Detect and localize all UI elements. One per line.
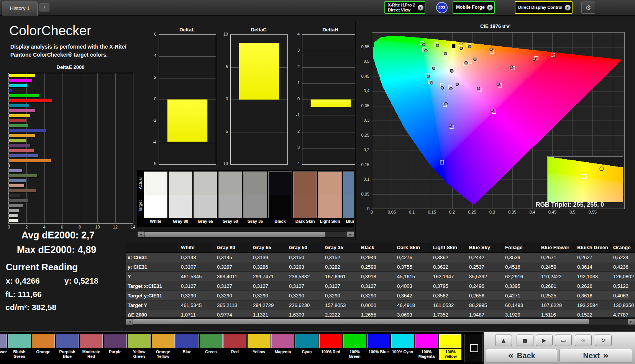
current-cdm2-value: cd/m²: 382,58	[5, 303, 56, 312]
pattern-tile-swatch	[80, 334, 103, 348]
table-row-target-x-cie31: Target x:CIE310,31270,31270,31270,31270,…	[126, 281, 635, 291]
table-row-label: Target x:CIE31	[126, 281, 179, 291]
eject-button[interactable]: ▲	[495, 335, 512, 346]
scroll-left-button[interactable]: ◄	[126, 319, 133, 325]
pattern-tile-100-green[interactable]: 100% Green	[343, 334, 366, 360]
stop-icon: ■	[522, 337, 527, 343]
patch-dark-skin[interactable]: Dark Skin	[293, 171, 317, 227]
cie-x-tick-label: 0,4	[529, 210, 535, 214]
pattern-tile-purplish-blue[interactable]: Purplish Blue	[56, 334, 79, 360]
workflow-dropdown[interactable]: Mobile Forge ▼	[453, 1, 495, 14]
patch-gray-65[interactable]: Gray 65	[194, 171, 217, 227]
actual-row-label: Actual	[138, 172, 143, 194]
scrollbar-track[interactable]	[133, 319, 628, 325]
table-cell: 294,2729	[251, 300, 287, 310]
patch-blue-sky[interactable]: Blue Sky	[343, 171, 354, 227]
stop-button[interactable]: ■	[517, 335, 533, 346]
meter-device-dropdown[interactable]: X-Rite i1Pro 2 Direct View ▼	[384, 1, 425, 14]
chevron-down-icon[interactable]: ▼	[565, 5, 571, 10]
refresh-button[interactable]: ↻	[595, 335, 612, 346]
next-button[interactable]: Next »	[560, 349, 632, 362]
pattern-tile-orange-yellow[interactable]: Orange Yellow	[152, 334, 175, 360]
pattern-tile-cyan[interactable]: Cyan	[295, 334, 318, 360]
pattern-tile-moderate-red[interactable]: Moderate Red	[80, 334, 103, 360]
pattern-window-button[interactable]	[464, 334, 483, 362]
pattern-tile-100-magenta[interactable]: 100% Magenta	[415, 334, 438, 360]
chevron-down-icon[interactable]: ▼	[487, 5, 493, 10]
patch-actual-color	[343, 172, 354, 195]
scroll-right-button[interactable]: ►	[628, 319, 635, 325]
table-cell: 0,3127	[287, 281, 323, 291]
pattern-tile-magenta[interactable]: Magenta	[271, 334, 294, 360]
back-button[interactable]: « Back	[486, 349, 557, 362]
deltal-plot	[159, 34, 216, 165]
patch-gray-35[interactable]: Gray 35	[243, 171, 267, 227]
cie-x-tick-label: 0,05	[388, 210, 396, 214]
loop-button[interactable]: ∞	[575, 335, 592, 346]
pattern-tile-label: 100% Yellow	[439, 349, 462, 360]
pattern-tile-100-cyan[interactable]: 100% Cyan	[391, 334, 414, 360]
scroll-right-button[interactable]: ►	[347, 232, 354, 237]
pattern-tile-blue[interactable]: Blue	[176, 334, 199, 360]
table-cell: 0,5122	[611, 281, 635, 291]
chevron-down-icon[interactable]: ▼	[418, 5, 423, 10]
patch-gray-50[interactable]: Gray 50	[218, 171, 242, 227]
table-row-target-y: Target Y461,5345365,2113294,2729226,6230…	[126, 300, 635, 310]
display-control-dropdown[interactable]: Direct Display Control ▼	[515, 1, 573, 14]
patch-black[interactable]: Black	[268, 171, 292, 227]
gridline	[302, 51, 359, 51]
add-tab-button[interactable]: +	[39, 3, 49, 11]
pattern-tile-yellow-green[interactable]: Yellow Green	[128, 334, 151, 360]
table-cell: 461,5345	[179, 300, 215, 310]
patch-white[interactable]: White	[144, 171, 167, 227]
patch-swatch	[169, 171, 192, 218]
table-cell: 1,0711	[179, 310, 215, 318]
deltah-plot	[302, 34, 359, 165]
patch-gray-80[interactable]: Gray 80	[169, 171, 192, 227]
pattern-tile-purple[interactable]: Purple	[104, 334, 127, 360]
table-cell: 0,3616	[575, 291, 611, 300]
table-header-blue-flower: Blue Flower	[539, 243, 575, 253]
pattern-tile-swatch	[343, 334, 366, 348]
patch-light-skin[interactable]: Light Skin	[318, 171, 342, 227]
table-header-gray-35: Gray 35	[323, 243, 359, 253]
pattern-tile-red[interactable]: Red	[223, 334, 246, 360]
table-cell: 0,3152	[323, 253, 359, 262]
deltac-plot	[230, 34, 288, 165]
cie-x-tick-label: 0	[371, 210, 373, 214]
results-table-scrollbar[interactable]: ◄ ►	[126, 318, 635, 325]
tab-history-1[interactable]: History 1	[2, 2, 38, 16]
pattern-tile-label: 100% Red	[319, 349, 342, 360]
patch-strip-scrollbar[interactable]: ◄ ►	[137, 231, 354, 238]
play-button[interactable]: ▶	[536, 335, 553, 346]
scrollbar-track[interactable]	[144, 232, 347, 237]
settings-button[interactable]: ⚙	[581, 2, 595, 14]
pattern-tile-swatch	[56, 334, 79, 348]
table-cell: 3,0693	[395, 310, 431, 318]
table-cell: 0,3290	[359, 291, 395, 300]
pattern-tile-100-blue[interactable]: 100% Blue	[367, 334, 390, 360]
table-cell: 0,2496	[467, 281, 503, 291]
scrollbar-thumb[interactable]	[133, 319, 589, 324]
pattern-tile-orange[interactable]: Orange	[32, 334, 55, 360]
cie-y-tick-label: 0,3	[364, 118, 369, 122]
table-cell: 1,1321	[251, 310, 287, 318]
pattern-tile-100-yellow[interactable]: 100% Yellow	[439, 334, 462, 360]
pattern-tile-bluish-green[interactable]: Bluish Green	[8, 334, 31, 360]
scroll-left-button[interactable]: ◄	[138, 232, 144, 237]
scrollbar-thumb[interactable]	[144, 232, 325, 237]
table-cell: 0,4063	[611, 291, 635, 300]
deltal-chart: DeltaL -6-4-20246	[146, 27, 217, 177]
table-cell: 363,4011	[215, 272, 251, 281]
table-cell: 0,3290	[287, 291, 323, 300]
pattern-tile-green[interactable]: Green	[200, 334, 223, 360]
pattern-tile-yellow[interactable]: Yellow	[248, 334, 271, 360]
table-header-orange: Orange	[611, 243, 635, 253]
pattern-tile-blue-flower[interactable]: Blue Flower	[0, 334, 7, 360]
table-cell: 0,3127	[215, 281, 251, 291]
patch-target-color	[318, 195, 341, 218]
pattern-tile-100-red[interactable]: 100% Red	[319, 334, 342, 360]
deltae-bar-100-blue	[9, 89, 12, 92]
table-cell: 0,2944	[359, 253, 395, 262]
frame-button[interactable]: ▭	[555, 335, 572, 346]
